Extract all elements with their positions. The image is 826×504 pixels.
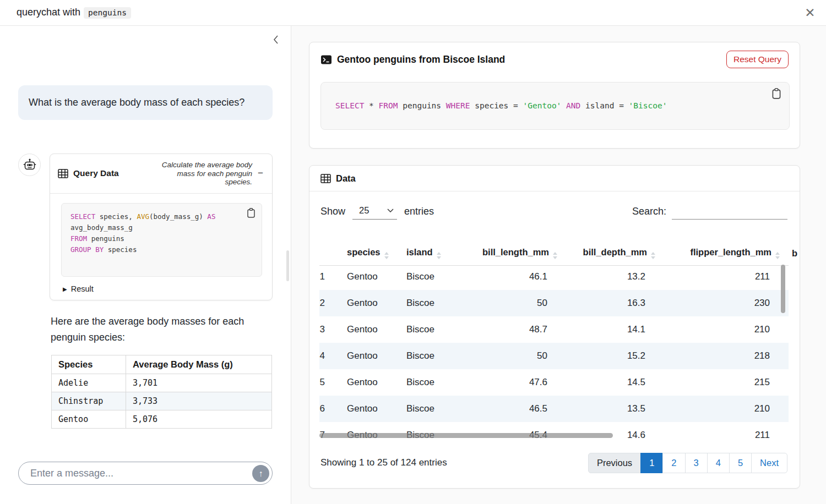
- robot-icon: [23, 158, 37, 172]
- dataset-chip: penguins: [84, 7, 131, 19]
- panel-resize-handle[interactable]: [286, 250, 289, 281]
- table-row: 3GentooBiscoe48.714.1210: [319, 316, 789, 343]
- column-header-b: b: [784, 243, 789, 266]
- avatar: [18, 154, 41, 176]
- table-cell: Gentoo: [339, 396, 399, 422]
- table-cell: 1: [319, 264, 339, 290]
- table-cell: [784, 316, 789, 343]
- send-button[interactable]: ↑: [252, 465, 269, 482]
- search-label: Search:: [632, 206, 666, 217]
- table-cell: 50: [452, 290, 562, 316]
- data-table-header: speciesislandbill_length_mmbill_depth_mm…: [319, 243, 789, 266]
- column-label: b: [792, 248, 797, 258]
- page-button-next[interactable]: Next: [751, 453, 787, 473]
- page-size-select[interactable]: 25: [352, 204, 397, 220]
- column-label: flipper_length_mm: [690, 247, 771, 257]
- summary-cell: 3,733: [126, 392, 272, 410]
- column-label: island: [406, 247, 433, 257]
- summary-row: Adelie3,701: [52, 374, 272, 392]
- sort-icon: [553, 252, 557, 259]
- collapse-panel-button[interactable]: [269, 34, 282, 47]
- data-card-title: Data: [336, 173, 356, 184]
- table-cell: [784, 396, 789, 422]
- table-cell: 13.2: [562, 264, 660, 290]
- table-row: 7GentooBiscoe45.414.6211: [319, 422, 789, 442]
- table-icon: [320, 174, 331, 183]
- page-size-value: 25: [359, 205, 369, 216]
- table-cell: 6: [319, 396, 339, 422]
- page-button-2[interactable]: 2: [662, 453, 685, 473]
- copy-icon[interactable]: [770, 87, 783, 101]
- page-button-3[interactable]: 3: [685, 453, 708, 473]
- table-cell: Biscoe: [399, 369, 452, 396]
- column-label: bill_depth_mm: [583, 247, 647, 257]
- column-header-bill_length_mm[interactable]: bill_length_mm: [452, 243, 562, 266]
- table-cell: Biscoe: [399, 316, 452, 343]
- page-button-1[interactable]: 1: [640, 453, 663, 473]
- copy-icon[interactable]: [245, 207, 257, 220]
- page-button-4[interactable]: 4: [707, 453, 730, 473]
- close-button[interactable]: ✕: [801, 3, 819, 22]
- column-label: bill_length_mm: [482, 247, 549, 257]
- summary-cell: 3,701: [126, 374, 272, 392]
- tool-call-card: Query Data Calculate the average body ma…: [50, 154, 273, 300]
- reset-query-button[interactable]: Reset Query: [726, 51, 789, 68]
- tool-card-title: Query Data: [73, 168, 119, 178]
- table-cell: 14.6: [562, 422, 660, 442]
- table-cell: 215: [660, 369, 784, 396]
- chevron-left-icon: [273, 35, 279, 45]
- table-row: 4GentooBiscoe5015.2218: [319, 343, 789, 369]
- sql-code: SELECT species, AVG(body_mass_g) ASavg_b…: [70, 211, 262, 255]
- horizontal-scrollbar[interactable]: [319, 433, 613, 438]
- table-cell: 46.1: [452, 264, 562, 290]
- table-cell: Gentoo: [339, 264, 399, 290]
- sort-icon: [384, 252, 389, 259]
- page-button-5[interactable]: 5: [729, 453, 752, 473]
- summary-cell: Adelie: [52, 374, 126, 392]
- data-table-footer: Showing 1 to 25 of 124 entries Previous1…: [320, 451, 787, 475]
- column-header-species[interactable]: species: [339, 243, 399, 266]
- app-title: querychat withpenguins: [17, 7, 131, 18]
- table-cell: Biscoe: [399, 396, 452, 422]
- table-cell: 45.4: [452, 422, 562, 442]
- table-row: 5GentooBiscoe47.614.5215: [319, 369, 789, 396]
- search-input[interactable]: [672, 203, 787, 220]
- app-title-text: querychat with: [17, 7, 80, 18]
- table-controls: Show 25 entries Search:: [320, 200, 787, 223]
- data-table-card: Data Show 25 entries Search: speciesisl: [309, 165, 800, 489]
- data-table-scroll-area: 1GentooBiscoe46.113.22112GentooBiscoe501…: [319, 264, 789, 442]
- table-cell: 16.3: [562, 290, 660, 316]
- table-row: 6GentooBiscoe46.513.5210: [319, 396, 789, 422]
- table-cell: 14.5: [562, 369, 660, 396]
- query-title: Gentoo penguins from Biscoe Island: [337, 54, 505, 65]
- assistant-message: Here are the average body masses for eac…: [51, 314, 273, 346]
- current-query-card: Gentoo penguins from Biscoe Island Reset…: [309, 42, 800, 149]
- message-input-container: ↑: [18, 462, 273, 485]
- active-sql-block: SELECT * FROM penguins WHERE species = '…: [320, 82, 790, 130]
- table-row: 2GentooBiscoe5016.3230: [319, 290, 789, 316]
- table-cell: 210: [660, 396, 784, 422]
- summary-cell: 5,076: [126, 410, 272, 429]
- table-cell: 7: [319, 422, 339, 442]
- message-input[interactable]: [30, 463, 245, 484]
- table-cell: Biscoe: [399, 343, 452, 369]
- sql-code-block: SELECT species, AVG(body_mass_g) ASavg_b…: [61, 203, 262, 277]
- collapse-tool-icon[interactable]: −: [257, 168, 264, 179]
- sort-icon: [775, 252, 780, 259]
- table-cell: 46.5: [452, 396, 562, 422]
- table-cell: Gentoo: [339, 316, 399, 343]
- tool-card-header: Query Data Calculate the average body ma…: [50, 154, 272, 194]
- entries-label: entries: [404, 206, 434, 217]
- column-header-island[interactable]: island: [399, 243, 452, 266]
- summary-table-header-row: SpeciesAverage Body Mass (g): [52, 355, 272, 374]
- vertical-scrollbar[interactable]: [781, 265, 785, 313]
- sort-icon: [437, 252, 441, 259]
- table-cell: 48.7: [452, 316, 562, 343]
- column-header-flipper_length_mm[interactable]: flipper_length_mm: [660, 243, 784, 266]
- column-header-bill_depth_mm[interactable]: bill_depth_mm: [562, 243, 660, 266]
- page-button-previous: Previous: [588, 453, 641, 473]
- result-expander[interactable]: ▶ Result: [63, 284, 94, 293]
- chevron-down-icon: [387, 209, 394, 212]
- table-cell: 230: [660, 290, 784, 316]
- table-cell: Gentoo: [339, 369, 399, 396]
